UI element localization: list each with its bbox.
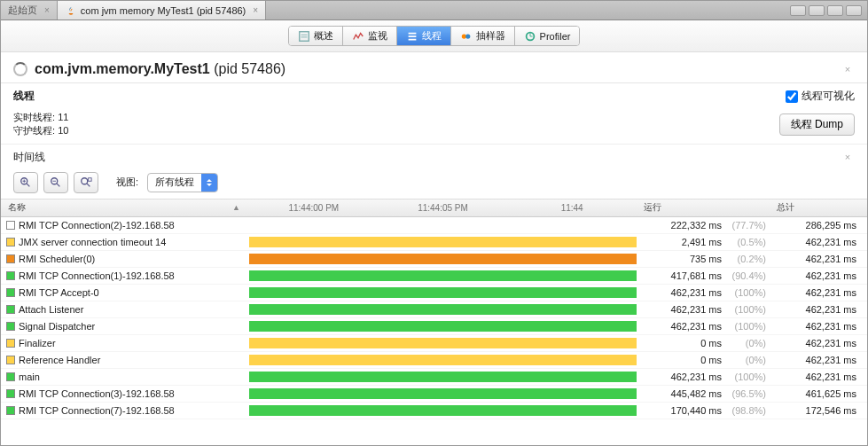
color-swatch bbox=[6, 372, 15, 381]
running-ms: 445,482 ms bbox=[671, 388, 722, 399]
thread-name-cell: RMI TCP Connection(7)-192.168.58 bbox=[1, 405, 249, 416]
running-pct: (0.5%) bbox=[722, 237, 766, 247]
svg-line-12 bbox=[27, 184, 30, 187]
running-cell: 462,231 ms(100%) bbox=[637, 372, 770, 382]
view-label: 视图: bbox=[116, 176, 138, 189]
running-pct: (100%) bbox=[722, 372, 766, 382]
tab-start[interactable]: 起始页 × bbox=[1, 1, 58, 20]
running-pct: (100%) bbox=[722, 321, 766, 332]
tab-bar: 起始页 × com jvm memory MyTest1 (pid 57486)… bbox=[1, 1, 867, 20]
chevron-updown-icon bbox=[201, 174, 217, 192]
win-btn[interactable] bbox=[846, 5, 862, 16]
timeline-bar bbox=[249, 254, 637, 264]
thread-name-cell: Signal Dispatcher bbox=[1, 321, 249, 332]
tab-monitor[interactable]: 监视 bbox=[343, 27, 397, 45]
thread-name: Attach Listener bbox=[19, 304, 83, 315]
toolbar-label: 抽样器 bbox=[476, 29, 505, 43]
tab-overview[interactable]: 概述 bbox=[289, 27, 343, 45]
table-row[interactable]: RMI TCP Accept-0462,231 ms(100%)462,231 … bbox=[1, 285, 867, 301]
table-row[interactable]: RMI TCP Connection(3)-192.168.58445,482 … bbox=[1, 386, 867, 403]
timeline-bar bbox=[249, 220, 637, 231]
col-name[interactable]: 名称 ▲ bbox=[1, 201, 249, 214]
timeline-bar bbox=[249, 338, 637, 348]
table-row[interactable]: main462,231 ms(100%)462,231 ms bbox=[1, 369, 867, 386]
color-swatch bbox=[6, 271, 15, 280]
table-row[interactable]: Attach Listener462,231 ms(100%)462,231 m… bbox=[1, 301, 867, 318]
thread-name-cell: RMI TCP Connection(3)-192.168.58 bbox=[1, 388, 249, 399]
total-cell: 462,231 ms bbox=[770, 254, 867, 264]
color-swatch bbox=[6, 238, 15, 246]
tab-label: com jvm memory MyTest1 (pid 57486) bbox=[81, 5, 246, 16]
close-icon[interactable]: × bbox=[841, 150, 855, 164]
table-body[interactable]: RMI TCP Connection(2)-192.168.58222,332 … bbox=[1, 217, 867, 445]
running-cell: 0 ms(0%) bbox=[637, 338, 770, 348]
table-row[interactable]: RMI TCP Connection(2)-192.168.58222,332 … bbox=[1, 217, 867, 234]
win-btn[interactable] bbox=[790, 5, 806, 16]
svg-rect-20 bbox=[89, 178, 92, 182]
timeline-header: 时间线 bbox=[13, 150, 45, 165]
running-ms: 222,332 ms bbox=[671, 220, 722, 231]
running-cell: 0 ms(0%) bbox=[637, 355, 770, 365]
time-tick: 11:44:05 PM bbox=[379, 203, 508, 213]
close-icon[interactable]: × bbox=[253, 5, 258, 15]
running-cell: 222,332 ms(77.7%) bbox=[637, 220, 770, 231]
table-header: 名称 ▲ 11:44:00 PM 11:44:05 PM 11:44 运行 总计 bbox=[1, 200, 867, 217]
running-ms: 462,231 ms bbox=[671, 287, 722, 298]
toolbar-label: 线程 bbox=[422, 29, 442, 43]
win-btn[interactable] bbox=[827, 5, 843, 16]
running-pct: (0%) bbox=[722, 355, 766, 365]
tab-profiler[interactable]: Profiler bbox=[515, 27, 580, 45]
table-row[interactable]: RMI Scheduler(0)735 ms(0.2%)462,231 ms bbox=[1, 251, 867, 268]
tab-threads[interactable]: 线程 bbox=[397, 27, 451, 45]
close-icon[interactable]: × bbox=[44, 5, 50, 15]
visualize-toggle[interactable]: 线程可视化 bbox=[786, 89, 855, 104]
thread-name: Reference Handler bbox=[19, 355, 100, 365]
live-threads-label: 实时线程: bbox=[13, 112, 55, 122]
thread-name: Finalizer bbox=[19, 338, 56, 348]
col-total[interactable]: 总计 bbox=[770, 201, 867, 214]
page-title: com.jvm.memory.MyTest1 (pid 57486) bbox=[35, 61, 285, 77]
total-cell: 462,231 ms bbox=[770, 304, 867, 315]
thread-dump-button[interactable]: 线程 Dump bbox=[779, 113, 855, 136]
win-btn[interactable] bbox=[809, 5, 825, 16]
title-pid: (pid 57486) bbox=[214, 61, 285, 76]
thread-name-cell: RMI TCP Connection(1)-192.168.58 bbox=[1, 270, 249, 281]
main-toolbar: 概述 监视 线程 抽样器 Profiler bbox=[1, 20, 867, 52]
table-row[interactable]: Signal Dispatcher462,231 ms(100%)462,231… bbox=[1, 318, 867, 335]
color-swatch bbox=[6, 221, 15, 230]
zoom-out-button[interactable] bbox=[43, 172, 68, 193]
threads-icon bbox=[406, 30, 418, 43]
timeline-bar bbox=[249, 372, 637, 382]
thread-name-cell: main bbox=[1, 372, 249, 382]
col-running[interactable]: 运行 bbox=[637, 201, 770, 214]
view-select[interactable]: 所有线程 bbox=[147, 173, 218, 192]
zoom-in-button[interactable] bbox=[13, 172, 38, 193]
thread-name-cell: Attach Listener bbox=[1, 304, 249, 315]
daemon-threads-label: 守护线程: bbox=[13, 125, 55, 136]
table-row[interactable]: Finalizer0 ms(0%)462,231 ms bbox=[1, 335, 867, 352]
timeline-bar bbox=[249, 237, 637, 247]
running-cell: 2,491 ms(0.5%) bbox=[637, 237, 770, 247]
timeline-bar bbox=[249, 321, 637, 332]
zoom-fit-button[interactable] bbox=[74, 172, 98, 193]
loading-spinner-icon bbox=[13, 62, 27, 76]
toolbar-label: Profiler bbox=[540, 31, 571, 42]
thread-name-cell: Reference Handler bbox=[1, 355, 249, 365]
svg-line-19 bbox=[87, 184, 90, 187]
tab-main[interactable]: com jvm memory MyTest1 (pid 57486) × bbox=[58, 1, 266, 20]
table-row[interactable]: JMX server connection timeout 142,491 ms… bbox=[1, 234, 867, 251]
color-swatch bbox=[6, 406, 15, 415]
table-row[interactable]: RMI TCP Connection(7)-192.168.58170,440 … bbox=[1, 403, 867, 419]
sampler-icon bbox=[460, 30, 473, 43]
table-row[interactable]: Reference Handler0 ms(0%)462,231 ms bbox=[1, 352, 867, 369]
sort-asc-icon: ▲ bbox=[232, 203, 240, 212]
running-cell: 735 ms(0.2%) bbox=[637, 254, 770, 264]
close-icon[interactable]: × bbox=[841, 62, 855, 76]
running-pct: (100%) bbox=[722, 287, 766, 298]
tab-sampler[interactable]: 抽样器 bbox=[451, 27, 515, 45]
table-row[interactable]: RMI TCP Connection(1)-192.168.58417,681 … bbox=[1, 268, 867, 285]
thread-name-cell: JMX server connection timeout 14 bbox=[1, 237, 249, 247]
running-pct: (100%) bbox=[722, 304, 766, 315]
visualize-checkbox[interactable] bbox=[786, 90, 798, 103]
running-pct: (0%) bbox=[722, 338, 766, 348]
